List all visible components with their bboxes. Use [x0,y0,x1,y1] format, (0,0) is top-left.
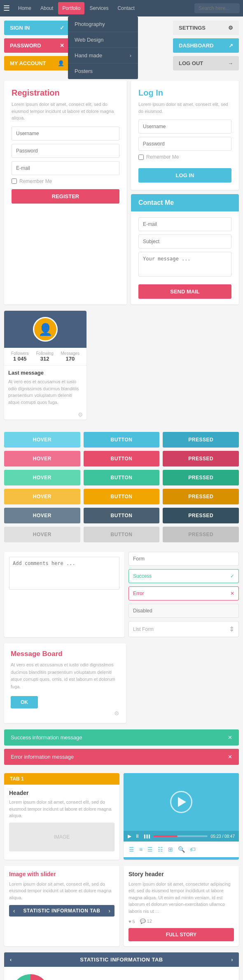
logout-button[interactable]: LOG OUT → [173,56,239,70]
btn-gray-button[interactable]: BUTTON [84,527,160,542]
right-placeholder [91,311,239,420]
msg-gear-icon[interactable]: ⚙ [11,710,119,717]
btn-row-gray: HOVER BUTTON PRESSED [4,527,239,542]
external-link-icon: ↗ [229,42,233,49]
btn-dark-button[interactable]: BUTTON [84,508,160,523]
ok-button[interactable]: OK [11,696,38,708]
tab-label[interactable]: TAB 1 [4,773,119,785]
nav-home[interactable]: Home [14,2,35,14]
btn-blue-pressed[interactable]: PRESSED [163,432,239,448]
close-error-icon[interactable]: ✕ [228,754,232,760]
sign-in-button[interactable]: SIGN IN ✓ [4,21,70,35]
slider-nav: ‹ Statistic Information Tab › [9,905,114,917]
progress-bar[interactable] [153,835,208,837]
btn-yellow-hover[interactable]: HOVER [4,489,80,504]
tab-card: TAB 1 Header Lorem ipsum dolor sit amet,… [4,773,119,860]
contact-message-input[interactable] [138,252,231,277]
user-icon: 👤 [58,60,64,66]
stat-tab-nav: ‹ Statistic Information Tab › [4,952,239,967]
contact-header: Contact Me [131,194,239,211]
settings-button[interactable]: SETTINGS ⚙ [173,21,239,35]
pause-ctrl-icon[interactable]: ⏸ [135,833,140,839]
nav-portfolio[interactable]: Portfolio [58,2,84,14]
vol-ctrl-icon[interactable]: ▐▐▐ [143,835,150,838]
nav-contact[interactable]: Contact [113,2,138,14]
btn-yellow-pressed[interactable]: PRESSED [163,489,239,504]
btn-yellow-button[interactable]: BUTTON [84,489,160,504]
slider-card: Image with slider Lorem ipsum dolor sit … [4,866,119,947]
progress-fill [153,835,178,837]
play-button[interactable] [170,791,192,813]
tag-icon[interactable]: 🏷 [189,845,197,854]
full-story-button[interactable]: Full Story [129,928,234,941]
login-title: Log In [138,88,231,98]
nav-services[interactable]: Services [85,2,112,14]
contact-email-input[interactable] [138,217,231,231]
dropdown-webdesign[interactable]: Web Design [68,32,138,48]
hamburger-icon[interactable]: ☰ [3,4,10,13]
password-button[interactable]: PASSWORD ✕ [4,38,70,53]
form-input-error[interactable]: Error ✕ [129,586,239,600]
btn-gray-hover[interactable]: HOVER [4,527,80,542]
alerts-section: Success information message ✕ Error info… [0,729,243,773]
stat-nav-next[interactable]: › [231,957,233,963]
grid-icon[interactable]: ⊞ [167,845,174,854]
login-password-input[interactable] [138,137,231,151]
btn-blue-button[interactable]: BUTTON [84,432,160,448]
login-remember-checkbox[interactable] [138,155,144,160]
register-button[interactable]: Register [12,189,119,204]
close-success-icon[interactable]: ✕ [228,734,232,741]
dropdown-handmade[interactable]: Hand made › [68,48,138,63]
btn-dark-pressed[interactable]: PRESSED [163,508,239,523]
search-input[interactable] [194,3,240,13]
form-input-list[interactable]: List Form ⇕ [129,621,239,637]
btn-green-pressed[interactable]: PRESSED [163,470,239,485]
reg-username-input[interactable] [12,127,119,141]
btn-gray-pressed[interactable]: PRESSED [163,527,239,542]
btn-dark-hover[interactable]: HOVER [4,508,80,523]
avatar: 👤 [33,317,58,342]
profile-gear-icon[interactable]: ⚙ [4,410,86,420]
login-button[interactable]: LOG IN [138,168,231,183]
dashboard-button[interactable]: DASHBOARD ↗ [173,38,239,53]
success-alert: Success information message ✕ [4,729,239,746]
slider-next-arrow[interactable]: › [108,907,110,914]
align-left-icon[interactable]: ☰ [128,845,136,854]
dropdown-posters[interactable]: Posters [68,63,138,79]
btn-red-pressed[interactable]: PRESSED [163,451,239,467]
search-icon[interactable]: 🔍 [177,845,186,854]
dropdown-photography[interactable]: Photography [68,16,138,32]
login-remember-row: Remember Me [138,154,231,160]
followers-value: 1 045 [11,356,29,362]
align-center-icon[interactable]: ≡ [138,845,144,854]
btn-green-button[interactable]: BUTTON [84,470,160,485]
message-board-card: Message Board At vero eos et accusamus e… [4,643,126,723]
my-account-button[interactable]: MY ACCOUNT 👤 [4,56,70,70]
play-ctrl-icon[interactable]: ▶ [128,833,131,839]
send-mail-button[interactable]: SEND MAIL [138,284,231,299]
contact-subject-input[interactable] [138,234,231,249]
slider-prev-arrow[interactable]: ‹ [13,907,15,914]
btn-red-hover[interactable]: HOVER [4,451,80,467]
comment-icon: 💬 [140,919,146,924]
messages-value: 170 [61,356,80,362]
registration-desc: Lorem ipsum dolor sit amet, consect elit… [12,101,119,122]
reg-password-input[interactable] [12,144,119,158]
right-buttons: SETTINGS ⚙ DASHBOARD ↗ LOG OUT → [169,16,243,75]
stat-nav-prev[interactable]: ‹ [10,957,12,963]
btn-red-button[interactable]: BUTTON [84,451,160,467]
nav-about[interactable]: About [36,2,57,14]
comments-textarea[interactable] [9,557,119,590]
form-input-success[interactable]: Success ✓ [129,569,239,583]
stat-content: Skills Photography Web Design Hand made … [4,967,239,980]
form-input-normal[interactable] [129,552,239,566]
list-icon[interactable]: ☷ [157,845,164,854]
reg-email-input[interactable] [12,161,119,175]
image-with-slider-title: Image with slider [9,871,114,877]
story-card: Story header Lorem ipsum dolor sit amet,… [124,866,239,947]
btn-green-hover[interactable]: HOVER [4,470,80,485]
reg-remember-checkbox[interactable] [12,178,17,184]
align-right-icon[interactable]: ☰ [146,845,154,854]
login-username-input[interactable] [138,120,231,134]
btn-blue-hover[interactable]: HOVER [4,432,80,448]
